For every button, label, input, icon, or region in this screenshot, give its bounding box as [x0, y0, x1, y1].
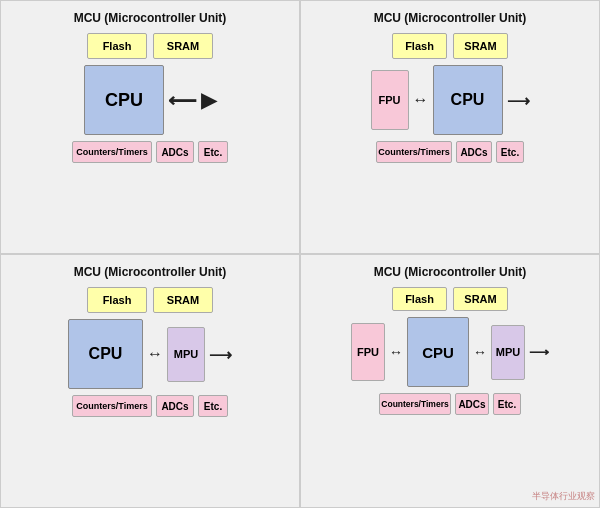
- quadrant-1: MCU (Microcontroller Unit) Flash SRAM CP…: [0, 0, 300, 254]
- q3-flash-sram-row: Flash SRAM: [11, 287, 289, 313]
- q1-flash-sram-row: Flash SRAM: [11, 33, 289, 59]
- q2-cpu: CPU: [433, 65, 503, 135]
- watermark: 半导体行业观察: [532, 490, 595, 503]
- q4-fpu: FPU: [351, 323, 385, 381]
- q2-fpu: FPU: [371, 70, 409, 130]
- q1-cpu-section: CPU ⟵ ▶: [11, 65, 289, 135]
- q3-cpu: CPU: [68, 319, 143, 389]
- q2-bottom-row: Counters/Timers ADCs Etc.: [311, 141, 589, 163]
- q1-title: MCU (Microcontroller Unit): [11, 11, 289, 25]
- q3-mpu: MPU: [167, 327, 205, 382]
- quadrant-3: MCU (Microcontroller Unit) Flash SRAM CP…: [0, 254, 300, 508]
- q1-arrow2: ▶: [201, 88, 216, 112]
- q2-flash-sram-row: Flash SRAM: [311, 33, 589, 59]
- q4-cpu-section: FPU ↔ CPU ↔ MPU ⟶: [311, 317, 589, 387]
- q2-counters: Counters/Timers: [376, 141, 452, 163]
- q3-adcs: ADCs: [156, 395, 194, 417]
- quadrant-2: MCU (Microcontroller Unit) Flash SRAM FP…: [300, 0, 600, 254]
- q3-sram: SRAM: [153, 287, 213, 313]
- q4-etc: Etc.: [493, 393, 521, 415]
- q4-adcs: ADCs: [455, 393, 489, 415]
- quadrant-4: MCU (Microcontroller Unit) Flash SRAM FP…: [300, 254, 600, 508]
- q3-flash: Flash: [87, 287, 147, 313]
- q2-etc: Etc.: [496, 141, 524, 163]
- q3-title: MCU (Microcontroller Unit): [11, 265, 289, 279]
- q1-adcs: ADCs: [156, 141, 194, 163]
- q4-flash-sram-row: Flash SRAM: [311, 287, 589, 311]
- q4-sram: SRAM: [453, 287, 508, 311]
- q1-bottom-row: Counters/Timers ADCs Etc.: [11, 141, 289, 163]
- q2-flash: Flash: [392, 33, 447, 59]
- q4-counters: Counters/Timers: [379, 393, 451, 415]
- q2-sram: SRAM: [453, 33, 508, 59]
- q4-flash: Flash: [392, 287, 447, 311]
- q2-cpu-section: FPU ↔ CPU ⟶: [311, 65, 589, 135]
- q1-arrow: ⟵: [168, 90, 197, 110]
- q4-title: MCU (Microcontroller Unit): [311, 265, 589, 279]
- q4-arrow-lr1: ↔: [389, 344, 403, 360]
- q3-cpu-section: CPU ↔ MPU ⟶: [11, 319, 289, 389]
- q4-bottom-row: Counters/Timers ADCs Etc.: [311, 393, 589, 415]
- q2-arrow-right: ⟶: [507, 91, 530, 110]
- q1-sram: SRAM: [153, 33, 213, 59]
- q2-adcs: ADCs: [456, 141, 492, 163]
- q3-arrow-lr: ↔: [147, 345, 163, 363]
- q1-etc: Etc.: [198, 141, 228, 163]
- q2-arrow-lr: ↔: [413, 91, 429, 109]
- q4-arrow-lr2: ↔: [473, 344, 487, 360]
- q3-arrow-right: ⟶: [209, 345, 232, 364]
- q4-arrow-right: ⟶: [529, 344, 549, 360]
- q4-mpu: MPU: [491, 325, 525, 380]
- q3-counters: Counters/Timers: [72, 395, 152, 417]
- q1-cpu: CPU: [84, 65, 164, 135]
- q3-etc: Etc.: [198, 395, 228, 417]
- q3-bottom-row: Counters/Timers ADCs Etc.: [11, 395, 289, 417]
- q2-title: MCU (Microcontroller Unit): [311, 11, 589, 25]
- q4-cpu: CPU: [407, 317, 469, 387]
- q1-flash: Flash: [87, 33, 147, 59]
- q1-counters: Counters/Timers: [72, 141, 152, 163]
